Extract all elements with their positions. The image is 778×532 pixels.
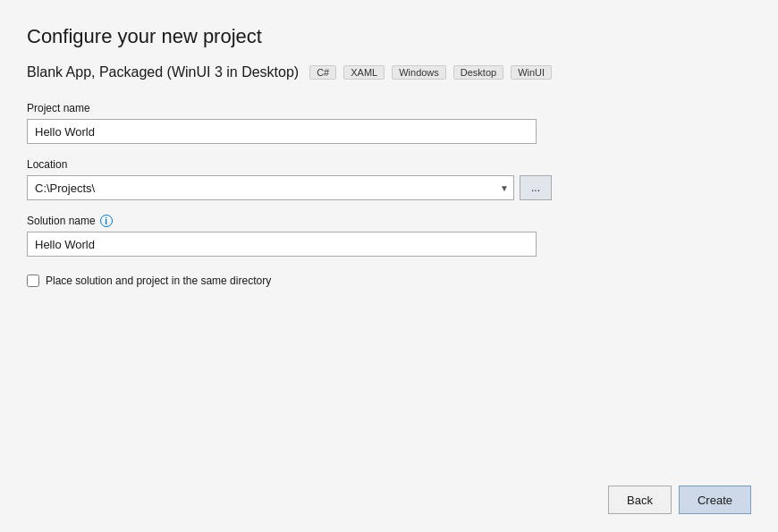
app-type-name: Blank App, Packaged (WinUI 3 in Desktop) (27, 64, 299, 80)
tag-csharp: C# (309, 65, 336, 80)
location-group: Location C:\Projects\ ▼ ... (27, 158, 751, 200)
page-title: Configure your new project (27, 25, 751, 48)
tag-windows: Windows (392, 65, 446, 80)
solution-name-input[interactable] (27, 232, 537, 257)
location-label: Location (27, 158, 751, 171)
solution-name-label: Solution name i (27, 215, 751, 227)
location-select[interactable]: C:\Projects\ (27, 175, 514, 200)
project-name-label: Project name (27, 102, 751, 114)
solution-name-group: Solution name i (27, 215, 751, 257)
tag-xaml: XAML (343, 65, 385, 80)
location-row: C:\Projects\ ▼ ... (27, 175, 751, 200)
project-name-input[interactable] (27, 119, 537, 144)
tag-winui: WinUI (511, 65, 552, 80)
bottom-bar: Back Create (27, 471, 751, 514)
location-select-wrapper: C:\Projects\ ▼ (27, 175, 514, 200)
page-container: Configure your new project Blank App, Pa… (0, 0, 778, 532)
info-icon: i (100, 215, 113, 227)
back-button[interactable]: Back (608, 486, 672, 514)
create-button[interactable]: Create (679, 486, 751, 514)
project-name-group: Project name (27, 102, 751, 144)
same-directory-label[interactable]: Place solution and project in the same d… (46, 274, 271, 287)
same-directory-row: Place solution and project in the same d… (27, 274, 751, 287)
browse-button[interactable]: ... (520, 175, 552, 200)
tag-desktop: Desktop (453, 65, 503, 80)
form-section: Project name Location C:\Projects\ ▼ ...… (27, 102, 751, 471)
app-type-row: Blank App, Packaged (WinUI 3 in Desktop)… (27, 64, 751, 80)
same-directory-checkbox[interactable] (27, 274, 39, 287)
